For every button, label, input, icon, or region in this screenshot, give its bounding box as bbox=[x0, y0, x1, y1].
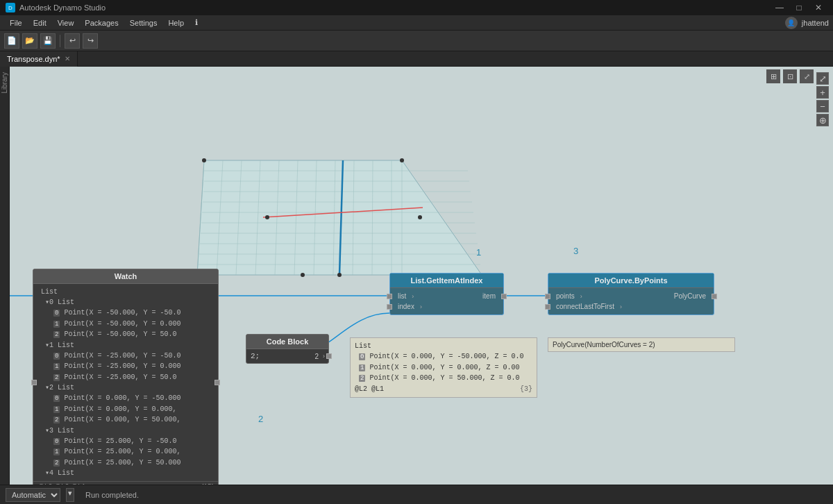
svg-line-4 bbox=[255, 160, 260, 275]
canvas-fit-icon[interactable]: ⤢ bbox=[800, 69, 814, 83]
svg-point-27 bbox=[400, 158, 404, 162]
getitem-tooltip: List 0 Point(X = 0.000, Y = -50.000, Z =… bbox=[350, 337, 537, 398]
undo-button[interactable]: ↩ bbox=[65, 33, 80, 49]
canvas-toolbar: ⊞ ⊡ ⤢ bbox=[766, 69, 814, 83]
toolbar: 📄 📂 💾 ↩ ↪ bbox=[0, 31, 833, 51]
menubar: File Edit View Packages Settings Help ℹ … bbox=[0, 15, 833, 31]
getitem-item-port-area: item bbox=[480, 292, 503, 300]
polycurve-output-port[interactable] bbox=[712, 294, 717, 299]
watch-node[interactable]: Watch List ▾0 List 0 Point(X = -50.000, … bbox=[33, 269, 219, 485]
codeblock-output-port[interactable] bbox=[326, 353, 332, 359]
titlebar-controls: — □ ✕ bbox=[771, 0, 827, 15]
getitem-index-port[interactable] bbox=[387, 304, 392, 310]
polycurve-points-row: points › PolyCurve bbox=[548, 291, 714, 301]
titlebar: D Autodesk Dynamo Studio — □ ✕ bbox=[0, 0, 833, 15]
menu-edit[interactable]: Edit bbox=[28, 17, 52, 28]
zoom-controls: ⤢ + − ⊕ bbox=[816, 72, 829, 126]
library-sidebar[interactable]: Library bbox=[0, 67, 10, 485]
getitem-list-label: list bbox=[395, 292, 409, 300]
tab-transpose[interactable]: Transpose.dyn* ✕ bbox=[0, 51, 78, 67]
bottombar: Automatic Manual ▾ Run completed. bbox=[0, 485, 833, 504]
svg-point-31 bbox=[265, 215, 269, 219]
svg-line-6 bbox=[294, 160, 298, 275]
maximize-button[interactable]: □ bbox=[790, 0, 808, 15]
run-mode-select[interactable]: Automatic Manual bbox=[6, 488, 60, 502]
label-3: 3 bbox=[573, 246, 578, 256]
getitem-list-arrow: › bbox=[412, 293, 414, 300]
getitem-index-arrow: › bbox=[420, 303, 422, 310]
svg-point-26 bbox=[202, 158, 206, 162]
polycurve-connect-row: connectLastToFirst › bbox=[548, 301, 714, 312]
zoom-reset-button[interactable]: ⊕ bbox=[816, 114, 829, 126]
new-button[interactable]: 📄 bbox=[4, 33, 19, 49]
svg-point-29 bbox=[337, 273, 342, 277]
zoom-fit-button[interactable]: ⤢ bbox=[816, 72, 829, 85]
polycurve-output-port-area: PolyCurve bbox=[671, 292, 714, 300]
getitem-list-port[interactable] bbox=[387, 294, 392, 299]
menu-view[interactable]: View bbox=[52, 17, 80, 28]
polycurve-connect-port[interactable] bbox=[545, 304, 550, 310]
tab-close-button[interactable]: ✕ bbox=[65, 55, 70, 62]
polycurve-connect-port-area: connectLastToFirst › bbox=[548, 303, 622, 310]
getitem-node[interactable]: List.GetItemAtIndex list › item bbox=[389, 273, 504, 315]
getitem-body: list › item index › bbox=[390, 288, 503, 314]
menu-settings[interactable]: Settings bbox=[124, 17, 163, 28]
user-info: 👤 jhattend bbox=[785, 17, 829, 29]
getitem-item-port[interactable] bbox=[501, 294, 507, 299]
app-icon: D bbox=[6, 3, 15, 12]
codeblock-content[interactable]: 2; bbox=[246, 349, 312, 363]
canvas-icon-1[interactable]: ⊞ bbox=[766, 69, 780, 83]
library-label[interactable]: Library bbox=[1, 72, 8, 94]
toolbar-separator bbox=[60, 35, 60, 47]
run-dropdown[interactable]: ▾ bbox=[66, 488, 74, 502]
watch-input-port[interactable] bbox=[31, 380, 37, 385]
save-button[interactable]: 💾 bbox=[40, 33, 56, 49]
titlebar-left: D Autodesk Dynamo Studio bbox=[6, 3, 106, 12]
menu-help[interactable]: Help bbox=[162, 17, 190, 28]
menu-packages[interactable]: Packages bbox=[79, 17, 124, 28]
polycurve-header: PolyCurve.ByPoints bbox=[548, 274, 714, 288]
svg-line-23 bbox=[339, 160, 343, 275]
polycurve-points-label: points bbox=[553, 292, 578, 300]
username: jhattend bbox=[802, 19, 829, 27]
svg-line-10 bbox=[372, 160, 373, 275]
polycurve-body: points › PolyCurve connectLastToFirst › bbox=[548, 288, 714, 314]
close-button[interactable]: ✕ bbox=[809, 0, 827, 15]
svg-line-3 bbox=[236, 160, 242, 275]
grid-visualization bbox=[195, 158, 484, 277]
svg-point-32 bbox=[418, 215, 422, 219]
polycurve-node[interactable]: PolyCurve.ByPoints points › PolyCurve bbox=[548, 273, 714, 315]
codeblock-node[interactable]: Code Block 2; 2 › bbox=[246, 334, 329, 364]
codeblock-output-label: 2 bbox=[312, 353, 321, 360]
svg-marker-0 bbox=[197, 160, 482, 275]
svg-line-2 bbox=[217, 160, 223, 275]
redo-button[interactable]: ↪ bbox=[83, 33, 98, 49]
svg-point-30 bbox=[301, 273, 305, 277]
polycurve-points-arrow: › bbox=[580, 293, 582, 300]
codeblock-header: Code Block bbox=[246, 335, 328, 349]
tab-label: Transpose.dyn* bbox=[7, 55, 60, 63]
canvas-icon-2[interactable]: ⊡ bbox=[783, 69, 797, 83]
main-area: Library ⊞ ⊡ ⤢ ⤢ + − ⊕ bbox=[0, 67, 833, 485]
minimize-button[interactable]: — bbox=[771, 0, 789, 15]
getitem-index-label: index bbox=[395, 303, 417, 310]
polycurve-result: PolyCurve(NumberOfCurves = 2) bbox=[553, 341, 655, 348]
watch-output: List ▾0 List 0 Point(X = -50.000, Y = -5… bbox=[38, 284, 213, 481]
label-2: 2 bbox=[258, 414, 263, 424]
svg-line-5 bbox=[275, 160, 279, 275]
polycurve-connect-arrow: › bbox=[620, 303, 622, 310]
svg-line-24 bbox=[263, 208, 423, 217]
getitem-item-label: item bbox=[480, 292, 498, 300]
polycurve-points-port[interactable] bbox=[545, 294, 550, 299]
polycurve-tooltip: PolyCurve(NumberOfCurves = 2) bbox=[548, 337, 735, 352]
zoom-out-button[interactable]: − bbox=[816, 100, 829, 112]
getitem-list-port-area: list › bbox=[390, 292, 414, 300]
getitem-index-row: index › bbox=[390, 301, 503, 312]
canvas[interactable]: ⊞ ⊡ ⤢ ⤢ + − ⊕ bbox=[10, 67, 833, 485]
zoom-in-button[interactable]: + bbox=[816, 86, 829, 99]
polycurve-output-label: PolyCurve bbox=[671, 292, 709, 300]
watch-output-port[interactable] bbox=[214, 380, 220, 385]
menu-file[interactable]: File bbox=[4, 17, 28, 28]
menu-info[interactable]: ℹ bbox=[190, 17, 203, 28]
open-button[interactable]: 📂 bbox=[22, 33, 37, 49]
